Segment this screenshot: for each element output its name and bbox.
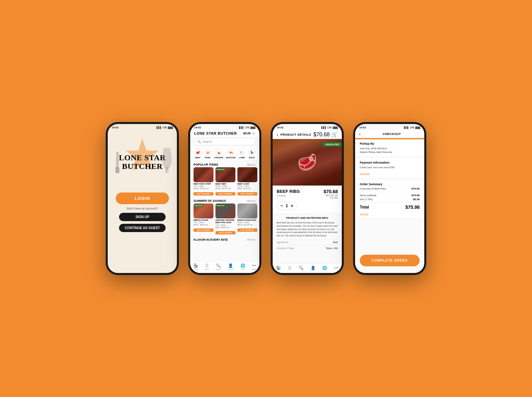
- beef-ribs-price: 0.0 LB 1 Piece$70.68 $11.78 / LB: [215, 185, 235, 190]
- divider-2: [360, 202, 420, 203]
- cat-duck[interactable]: 🦆 DUCK: [248, 149, 255, 159]
- qty-increase[interactable]: +: [291, 203, 293, 208]
- cat-seafood[interactable]: 🦐 SEAFOOD: [226, 149, 236, 159]
- menu-icon: ☰: [205, 263, 209, 268]
- home-header-title: LONE STAR BUTCHER: [194, 131, 237, 135]
- nav-store-2[interactable]: 🏪 Store: [194, 263, 199, 270]
- quantity-control[interactable]: − 1 +: [277, 201, 297, 210]
- add-beef-liver-button[interactable]: ADD TO BASKET: [237, 192, 257, 196]
- add-ribeye-button[interactable]: ADD TO BASKET: [194, 228, 213, 232]
- nav-account-3[interactable]: 👤: [311, 266, 316, 270]
- nav-lang-2[interactable]: 🌐 Lang: [240, 263, 245, 270]
- summer-see-all[interactable]: SEE ALL: [247, 200, 256, 202]
- battery-icon-4: ▓▓▓: [415, 126, 420, 129]
- add-ny-strip-button[interactable]: ADD TO BASKET: [194, 192, 213, 196]
- store-icon-3: 🏪: [276, 266, 281, 270]
- category-row: 🥩 BEEF 🐷 PORK 🍗 CHICKEN 🦐 SEAFOOD 🐑: [190, 147, 259, 161]
- language-icon-3: 🌐: [322, 266, 327, 270]
- product-beef-ribs: GRASS-FED BEEF RIBS 0.0 LB 1 Piece$70.68…: [215, 167, 235, 196]
- flavor-header: FLAVOR IN EVERY BITE SEE ALL: [190, 236, 259, 242]
- product-meta: Ingredients Beef: [277, 239, 338, 243]
- add-beef-ribs-button[interactable]: ADD TO BASKET: [215, 192, 235, 196]
- nav-lang-3[interactable]: 🌐: [322, 266, 327, 270]
- order-summary-section: Order Summary 6 pounds of Beef Ribs $70.…: [355, 180, 424, 219]
- nav-more-3[interactable]: •••: [334, 266, 338, 270]
- beef-ribs-image: GRASS-FED: [215, 167, 235, 182]
- nav-search-3[interactable]: 🔍: [299, 266, 304, 270]
- more-icon: •••: [252, 263, 256, 268]
- summer-title: SUMMER OF SAVINGS: [194, 199, 226, 202]
- lte-icon-4: LTE: [410, 126, 414, 129]
- back-button-4[interactable]: ‹: [359, 131, 361, 137]
- phone-home: 19:02 ▌▌▌ LTE ▓▓▓ LONE STAR BUTCHER $0.0…: [188, 122, 261, 275]
- product-cart-info[interactable]: $70.68 🛒: [314, 131, 338, 138]
- ingredients-value: Beef: [333, 241, 338, 243]
- product-info-title: PRODUCT AND NUTRITION INFO: [277, 216, 338, 219]
- nav-account-2[interactable]: 👤 Account: [228, 263, 234, 270]
- cart-icon: 🛒: [252, 132, 255, 135]
- product-detail-name: BEEF RIBS: [277, 189, 300, 194]
- edit-order-link[interactable]: Edit order: [360, 213, 368, 215]
- grass-fed-badge-ground: GRASS-FED: [215, 204, 225, 207]
- sign-up-button[interactable]: SIGN UP: [119, 213, 166, 221]
- search-icon-3: 🔍: [299, 266, 304, 270]
- cat-beef[interactable]: 🥩 BEEF: [194, 149, 201, 159]
- complete-order-button[interactable]: COMPLETE ORDER: [360, 255, 420, 266]
- svg-rect-2: [115, 167, 119, 173]
- search-nav-icon: 🔍: [216, 263, 221, 268]
- status-time-2: 19:02: [194, 126, 201, 129]
- menu-icon-3: ☰: [288, 266, 292, 270]
- lte-icon-3: LTE: [328, 126, 332, 129]
- product-beef-liver: BEEF LIVER 1/2 LB 1 Piece$2.98 $2.39 / L…: [237, 167, 257, 196]
- search-bar[interactable]: 🔍 Search: [194, 138, 256, 145]
- popular-items-row: NEW YORK STRIP 1 LB 1 Piece$14.99 $14.99…: [190, 167, 259, 197]
- phone-product: 19:02 ▌▌▌ LTE ▓▓▓ ‹ PRODUCT DETAILS $70.…: [271, 122, 344, 275]
- lte-icon-2: LTE: [245, 126, 249, 129]
- edit-details-link[interactable]: Edit Details: [360, 173, 370, 175]
- popular-see-all[interactable]: SEE ALL: [247, 164, 256, 166]
- battery-icon-2: ▓▓▓: [250, 126, 255, 129]
- nav-menu-3[interactable]: ☰: [288, 266, 292, 270]
- back-button-3[interactable]: ‹: [277, 132, 278, 137]
- cat-chicken[interactable]: 🍗 CHICKEN: [214, 149, 223, 159]
- order-item-row: 6 pounds of Beef Ribs $70.68: [360, 187, 420, 190]
- phones-container: 19:02 ▌▌▌ LTE ▓▓▓: [106, 122, 426, 275]
- summer-items-row: GRASS-FED RIBEYE STEAK 1 LB 1 Piece$14.9…: [190, 203, 259, 236]
- subtotal-price: $70.68: [412, 194, 420, 197]
- product-info-section: PRODUCT AND NUTRITION INFO Beef back rib…: [273, 213, 342, 252]
- pickup-time: Earliest Pickup- 8AM Tomorrow: [360, 150, 420, 154]
- product-origin: Country of Origin Texas, USA: [277, 245, 338, 249]
- grass-fed-badge-ribeye: GRASS-FED: [194, 204, 203, 207]
- flavor-title: FLAVOR IN EVERY BITE: [194, 238, 228, 241]
- nav-store-3[interactable]: 🏪: [276, 266, 281, 270]
- origin-label: Country of Origin: [277, 247, 294, 249]
- ribeye-image: GRASS-FED: [194, 203, 213, 218]
- nav-search-2[interactable]: 🔍 Search: [216, 263, 221, 270]
- flavor-see-all[interactable]: SEE ALL: [247, 238, 256, 241]
- add-ground-beef-button[interactable]: ADD TO BASKET: [215, 231, 235, 234]
- ribeye-price: 1 LB 1 Piece$14.97 $9.98 / LB: [194, 221, 213, 226]
- qty-value: 1: [286, 203, 288, 208]
- status-icons-2: ▌▌▌ LTE ▓▓▓: [239, 126, 255, 129]
- subtotal-label: Items subtotal: [360, 194, 376, 197]
- battery-icon-3: ▓▓▓: [333, 126, 338, 129]
- status-icons-4: ▌▌▌ LTE ▓▓▓: [404, 126, 420, 129]
- product-hero: GRASS-FED: [273, 139, 342, 186]
- ribeye-name: RIBEYE STEAK: [194, 219, 213, 221]
- cat-pork[interactable]: 🐷 PORK: [204, 149, 211, 159]
- login-button[interactable]: LOGIN: [116, 193, 169, 204]
- qty-decrease[interactable]: −: [280, 203, 283, 208]
- account-icon: 👤: [228, 263, 233, 268]
- product-weight: 6.0 LBs: [324, 197, 338, 199]
- add-pheasant-button[interactable]: ADD TO BASKET: [237, 228, 257, 232]
- nav-menu-2[interactable]: ☰ Menu: [205, 263, 209, 270]
- guest-button[interactable]: CONTINUE AS GUEST: [119, 224, 166, 232]
- cart-info[interactable]: $0.00 🛒: [243, 132, 255, 135]
- grass-fed-badge-ribs: GRASS-FED: [215, 168, 225, 171]
- nav-more-2[interactable]: ••• More: [252, 263, 256, 270]
- account-icon-3: 👤: [311, 266, 316, 270]
- svg-rect-1: [116, 152, 119, 168]
- ground-beef-price: 1 LB 1 Piece$6.84 $6.84 / LB: [215, 224, 235, 229]
- cat-lamb[interactable]: 🐑 LAMB: [238, 149, 245, 159]
- duck-icon: 🦆: [248, 149, 255, 156]
